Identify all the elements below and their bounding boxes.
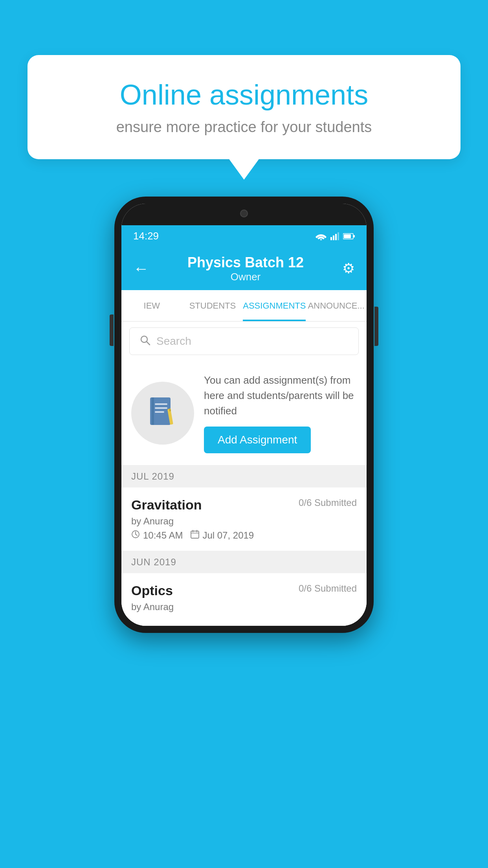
svg-line-19	[136, 534, 137, 535]
status-icons	[316, 232, 355, 240]
app-bar-title-container: Physics Batch 12 Owner	[187, 254, 304, 283]
camera	[240, 210, 248, 217]
assignment-item-optics[interactable]: Optics 0/6 Submitted by Anurag	[121, 573, 367, 626]
assignment-meta: 10:45 AM Jul 07, 2019	[131, 530, 357, 541]
status-time: 14:29	[133, 230, 159, 242]
svg-rect-3	[335, 234, 337, 240]
svg-rect-12	[155, 403, 167, 405]
search-container: Search	[121, 322, 367, 361]
assignment-date: Jul 07, 2019	[202, 530, 254, 541]
app-bar-title: Physics Batch 12	[187, 254, 304, 271]
assignment-item-gravitation[interactable]: Gravitation 0/6 Submitted by Anurag	[121, 487, 367, 551]
speech-bubble: Online assignments ensure more practice …	[28, 55, 460, 159]
svg-point-0	[320, 239, 322, 240]
assignment-title: Gravitation	[131, 497, 202, 513]
svg-rect-13	[155, 407, 167, 409]
assignment-title-optics: Optics	[131, 583, 173, 598]
svg-rect-1	[330, 237, 332, 240]
phone-outer: 14:29	[114, 197, 374, 633]
svg-line-9	[147, 342, 150, 345]
month-header-jun: JUN 2019	[121, 551, 367, 573]
promo-text: You can add assignment(s) from here and …	[204, 373, 357, 419]
back-button[interactable]: ←	[133, 260, 149, 278]
search-placeholder: Search	[156, 335, 191, 348]
tab-overview[interactable]: IEW	[121, 290, 182, 321]
svg-rect-11	[152, 397, 154, 425]
svg-rect-4	[338, 232, 339, 240]
add-assignment-button[interactable]: Add Assignment	[204, 427, 311, 453]
battery-icon	[343, 233, 355, 240]
calendar-icon	[191, 530, 199, 541]
svg-rect-14	[155, 411, 164, 413]
svg-rect-20	[191, 531, 199, 538]
assignment-submitted: 0/6 Submitted	[299, 497, 357, 508]
assignment-by-optics: by Anurag	[131, 601, 357, 612]
tab-assignments[interactable]: ASSIGNMENTS	[243, 290, 306, 321]
tab-announcements[interactable]: ANNOUNCE...	[306, 290, 367, 321]
svg-rect-7	[344, 234, 351, 238]
promo-icon-circle	[131, 382, 194, 445]
app-bar: ← Physics Batch 12 Owner ⚙	[121, 247, 367, 290]
wifi-icon	[316, 232, 327, 240]
assignment-date-meta: Jul 07, 2019	[191, 530, 254, 541]
assignment-item-header: Gravitation 0/6 Submitted	[131, 497, 357, 513]
assignment-submitted-optics: 0/6 Submitted	[299, 583, 357, 594]
search-icon	[139, 335, 150, 348]
tabs: IEW STUDENTS ASSIGNMENTS ANNOUNCE...	[121, 290, 367, 322]
speech-bubble-subtitle: ensure more practice for your students	[55, 119, 433, 136]
status-bar: 14:29	[121, 225, 367, 247]
phone-container: 14:29	[114, 197, 374, 633]
add-assignment-promo: You can add assignment(s) from here and …	[121, 361, 367, 465]
assignment-time-meta: 10:45 AM	[131, 530, 183, 541]
search-bar[interactable]: Search	[129, 327, 359, 355]
month-header-jul: JUL 2019	[121, 465, 367, 487]
speech-bubble-container: Online assignments ensure more practice …	[28, 55, 460, 159]
svg-rect-6	[353, 235, 355, 237]
assignment-time: 10:45 AM	[143, 530, 183, 541]
notch-cutout	[213, 204, 275, 222]
signal-icon	[330, 232, 339, 240]
speech-bubble-title: Online assignments	[55, 79, 433, 111]
assignment-by: by Anurag	[131, 516, 357, 527]
clock-icon	[131, 530, 140, 541]
tab-students[interactable]: STUDENTS	[182, 290, 243, 321]
settings-button[interactable]: ⚙	[342, 260, 355, 277]
phone-screen: 14:29	[121, 204, 367, 626]
notebook-icon	[147, 395, 178, 431]
svg-rect-2	[333, 235, 334, 240]
phone-notch	[121, 204, 367, 225]
promo-content: You can add assignment(s) from here and …	[204, 373, 357, 453]
assignment-item-header-optics: Optics 0/6 Submitted	[131, 583, 357, 598]
app-bar-subtitle: Owner	[187, 271, 304, 283]
